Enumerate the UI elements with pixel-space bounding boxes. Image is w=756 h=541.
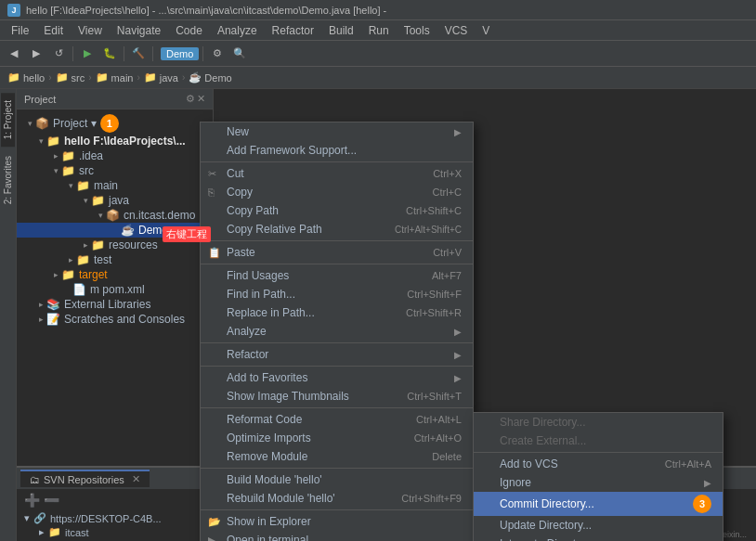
ctx-rebuild-module[interactable]: Rebuild Module 'hello' Ctrl+Shift+F9 <box>201 489 473 508</box>
tree-item-pom[interactable]: ▸ 📄 m pom.xml <box>17 282 213 297</box>
tree-item-hello[interactable]: ▾ 📁 hello F:\IdeaProjects\... <box>17 134 213 148</box>
sub-integrate-dir[interactable]: Integrate Directory... <box>474 535 723 541</box>
ctx-paste[interactable]: 📋 Paste Ctrl+V <box>201 243 473 262</box>
tree-item-main[interactable]: ▾ 📁 main <box>17 178 213 193</box>
tree-item-target[interactable]: ▸ 📁 target <box>17 267 213 282</box>
menu-analyze[interactable]: Analyze <box>210 20 265 41</box>
tree-item-project[interactable]: ▾ 📦 Project ▾ 1 <box>17 113 213 134</box>
sidebar-close-icon[interactable]: ✕ <box>197 93 205 105</box>
ctx-sep-3 <box>201 264 473 264</box>
toolbar-search[interactable]: 🔍 <box>229 44 250 64</box>
ctx-build-module[interactable]: Build Module 'hello' <box>201 470 473 489</box>
ctx-show-explorer[interactable]: 📂 Show in Explorer <box>201 512 473 531</box>
ctx-copy[interactable]: ⎘ Copy Ctrl+C <box>201 183 473 201</box>
toolbar-build[interactable]: 🔨 <box>128 44 149 64</box>
breadcrumb-demo[interactable]: ☕ Demo <box>189 71 231 84</box>
sub-commit-dir[interactable]: Commit Directory... 3 <box>474 492 723 516</box>
library-icon: 📚 <box>46 298 60 311</box>
menu-edit[interactable]: Edit <box>36 20 71 41</box>
menu-file[interactable]: File <box>4 20 36 41</box>
menu-refactor[interactable]: Refactor <box>265 20 321 41</box>
sub-create-ext[interactable]: Create External... <box>474 432 723 450</box>
sidebar-gear-icon[interactable]: ⚙ <box>186 93 195 105</box>
panel-close-icon[interactable]: ✕ <box>132 473 140 485</box>
scratch-icon: 📝 <box>46 313 60 326</box>
ctx-cut[interactable]: ✂ Cut Ctrl+X <box>201 164 473 183</box>
tree-item-package[interactable]: ▾ 📦 cn.itcast.demo <box>17 208 213 223</box>
tree-item-test[interactable]: ▸ 📁 test <box>17 252 213 267</box>
sub-add-vcs[interactable]: Add to VCS Ctrl+Alt+A <box>474 455 723 473</box>
main-folder-icon: 📁 <box>76 179 90 192</box>
breadcrumb-sep-3: › <box>137 72 139 83</box>
menu-view[interactable]: View <box>71 20 110 41</box>
toolbar-separator-4 <box>202 46 203 61</box>
menu-v[interactable]: V <box>475 20 497 41</box>
java-icon: ☕ <box>189 71 202 84</box>
ctx-sep-5 <box>201 366 473 367</box>
breadcrumb-src[interactable]: 📁 src <box>56 71 85 84</box>
title-bar: J hello [F:\IdeaProjects\hello] - ...\sr… <box>0 0 756 20</box>
ctx-find-usages[interactable]: Find Usages Alt+F7 <box>201 266 473 285</box>
tree-arrow-scratches: ▸ <box>35 315 46 324</box>
toolbar-separator-2 <box>124 46 124 61</box>
add-repo-button[interactable]: ➕ <box>24 493 40 508</box>
sub-share-dir[interactable]: Share Directory... <box>474 413 723 432</box>
ctx-reformat[interactable]: Reformat Code Ctrl+Alt+L <box>201 410 473 429</box>
toolbar-back[interactable]: ◀ <box>4 44 24 64</box>
breadcrumb-main[interactable]: 📁 main <box>96 71 134 84</box>
window-title: hello [F:\IdeaProjects\hello] - ...\src\… <box>26 5 386 16</box>
menu-vcs[interactable]: VCS <box>437 20 476 41</box>
breadcrumb-java[interactable]: 📁 java <box>144 71 178 84</box>
tree-item-ext-libs[interactable]: ▸ 📚 External Libraries <box>17 297 213 312</box>
ctx-analyze[interactable]: Analyze ▶ <box>201 322 473 341</box>
menu-tools[interactable]: Tools <box>397 20 437 41</box>
sub-update-dir[interactable]: Update Directory... <box>474 516 723 535</box>
ctx-find-in-path[interactable]: Find in Path... Ctrl+Shift+F <box>201 285 473 303</box>
breadcrumb-sep-1: › <box>48 72 51 83</box>
tree-item-demo-java[interactable]: ▸ ☕ Demo <box>17 223 213 238</box>
tree-arrow-idea: ▸ <box>50 151 61 161</box>
ctx-replace-in-path[interactable]: Replace in Path... Ctrl+Shift+R <box>201 303 473 322</box>
ctx-add-framework[interactable]: Add Framework Support... <box>201 141 473 160</box>
ctx-remove-module[interactable]: Remove Module Delete <box>201 447 473 466</box>
ctx-refactor[interactable]: Refactor ▶ <box>201 345 473 364</box>
tab-svn-repos[interactable]: 🗂 SVN Repositories ✕ <box>20 470 150 487</box>
tree-item-java-folder[interactable]: ▾ 📁 java <box>17 193 213 208</box>
ctx-optimize[interactable]: Optimize Imports Ctrl+Alt+O <box>201 429 473 447</box>
tree-item-resources[interactable]: ▸ 📁 resources <box>17 238 213 252</box>
side-tab-favorites[interactable]: 2: Favorites <box>1 148 15 212</box>
menu-code[interactable]: Code <box>168 20 210 41</box>
sub-ignore[interactable]: Ignore ▶ <box>474 473 723 492</box>
toolbar-refresh[interactable]: ↺ <box>48 44 69 64</box>
tree-item-idea[interactable]: ▸ 📁 .idea <box>17 148 213 163</box>
breadcrumb-sep-4: › <box>182 72 185 83</box>
tree-arrow-resources: ▸ <box>80 240 91 250</box>
menu-navigate[interactable]: Navigate <box>110 20 168 41</box>
toolbar-forward[interactable]: ▶ <box>26 44 46 64</box>
breadcrumb-hello[interactable]: 📁 hello <box>7 71 45 84</box>
context-menu: New ▶ Add Framework Support... ✂ Cut Ctr… <box>200 122 474 541</box>
menu-run[interactable]: Run <box>361 20 397 41</box>
ctx-sep-8 <box>201 509 473 510</box>
ctx-copy-rel-path[interactable]: Copy Relative Path Ctrl+Alt+Shift+C <box>201 220 473 238</box>
folder-icon-2: 📁 <box>56 71 69 84</box>
tree-item-src[interactable]: ▾ 📁 src <box>17 163 213 178</box>
tree-item-scratches[interactable]: ▸ 📝 Scratches and Consoles <box>17 312 213 327</box>
tree-arrow-target: ▸ <box>50 270 61 279</box>
ctx-open-terminal[interactable]: ▶ Open in terminal <box>201 531 473 541</box>
terminal-icon: ▶ <box>208 535 215 542</box>
ctx-copy-path[interactable]: Copy Path Ctrl+Shift+C <box>201 201 473 220</box>
remove-repo-button[interactable]: ➖ <box>44 493 59 508</box>
ctx-new[interactable]: New ▶ <box>201 122 473 141</box>
side-tab-project[interactable]: 1: Project <box>1 93 15 147</box>
ctx-show-thumbnails[interactable]: Show Image Thumbnails Ctrl+Shift+T <box>201 387 473 406</box>
folder-icon-4: 📁 <box>144 71 157 84</box>
ctx-sep-2 <box>201 240 473 241</box>
ctx-add-favorites[interactable]: Add to Favorites ▶ <box>201 368 473 387</box>
toolbar-settings[interactable]: ⚙ <box>207 44 228 64</box>
ctx-sep-1 <box>201 161 473 162</box>
toolbar-debug[interactable]: 🐛 <box>99 44 120 64</box>
test-folder-icon: 📁 <box>76 253 90 266</box>
menu-build[interactable]: Build <box>321 20 361 41</box>
toolbar-run[interactable]: ▶ <box>77 44 98 64</box>
